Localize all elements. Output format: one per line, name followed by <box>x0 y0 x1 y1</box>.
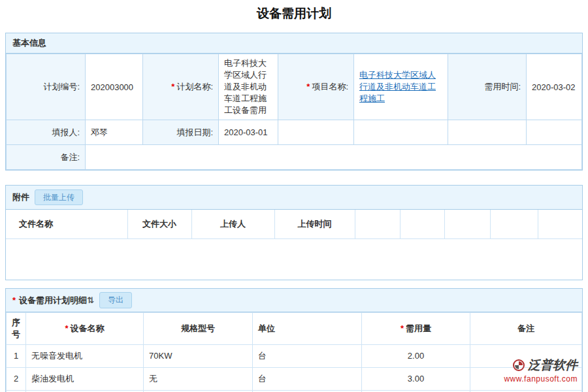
required-asterisk: * <box>400 323 404 333</box>
detail-col-qty-label: 需用量 <box>406 323 431 333</box>
detail-header: * 设备需用计划明细 ⇅ 导出 <box>6 289 582 312</box>
detail-col-name: *设备名称 <box>26 312 144 344</box>
attachment-col-empty <box>490 210 538 239</box>
attachments-header: 附件 批量上传 <box>6 186 582 210</box>
cell-remark <box>470 367 582 390</box>
required-asterisk: * <box>306 82 310 91</box>
basic-info-panel: 基本信息 计划编号: 202003000 *计划名称: 电子科技大学区域人行道及… <box>5 33 583 171</box>
need-time-value: 2020-03-02 <box>527 54 582 120</box>
detail-header-row: 序号 *设备名称 规格型号 单位 *需用量 备注 <box>7 312 582 344</box>
export-button[interactable]: 导出 <box>99 292 132 308</box>
cell-name: 无噪音发电机 <box>26 344 144 367</box>
cell-unit: 台 <box>253 344 362 367</box>
detail-panel: * 设备需用计划明细 ⇅ 导出 序号 *设备名称 规格型号 单位 *需用量 备注… <box>5 288 583 392</box>
cell-index: 1 <box>7 344 26 367</box>
batch-upload-button[interactable]: 批量上传 <box>35 189 83 205</box>
project-name-label: 项目名称: <box>312 82 348 91</box>
need-time-label: 需用时间: <box>484 82 521 91</box>
report-date-label: 填报日期: <box>176 127 213 137</box>
attachments-panel: 附件 批量上传 文件名称 文件大小 上传人 上传时间 <box>5 185 583 280</box>
attachments-empty-body <box>6 239 582 280</box>
empty-cell <box>527 120 582 145</box>
plan-name-label-cell: *计划名称: <box>143 54 219 120</box>
plan-no-label: 计划编号: <box>43 82 80 91</box>
cell-spec: 无 <box>144 367 253 390</box>
detail-col-name-label: 设备名称 <box>71 323 105 333</box>
required-asterisk: * <box>171 82 174 91</box>
cell-index: 2 <box>7 367 26 390</box>
cell-remark <box>470 344 582 367</box>
cell-unit: 台 <box>253 367 362 390</box>
detail-col-unit: 单位 <box>253 312 362 344</box>
detail-col-qty: *需用量 <box>362 312 470 344</box>
reporter-value: 邓琴 <box>86 120 143 145</box>
attachment-col-file-name: 文件名称 <box>6 210 127 239</box>
need-time-label-cell: 需用时间: <box>448 54 527 120</box>
attachments-title: 附件 <box>12 191 29 203</box>
attachment-col-empty <box>400 210 444 239</box>
attachment-col-empty <box>538 210 582 239</box>
remark-value <box>86 145 582 170</box>
project-name-link[interactable]: 电子科技大学区域人行道及非机动车道工程施工 <box>359 70 436 103</box>
table-row: 1 无噪音发电机 70KW 台 2.00 <box>7 344 582 367</box>
detail-title: 设备需用计划明细 <box>19 295 87 306</box>
project-name-cell: 电子科技大学区域人行道及非机动车道工程施工 <box>354 54 448 120</box>
basic-info-table: 计划编号: 202003000 *计划名称: 电子科技大学区域人行道及非机动车道… <box>6 54 582 170</box>
detail-title-wrap: * 设备需用计划明细 ⇅ <box>12 295 94 306</box>
detail-col-spec: 规格型号 <box>144 312 253 344</box>
plan-no-value: 202003000 <box>86 54 143 120</box>
empty-cell <box>448 120 527 145</box>
reporter-label-cell: 填报人: <box>7 120 86 145</box>
cell-qty: 3.00 <box>362 367 470 390</box>
report-date-label-cell: 填报日期: <box>143 120 219 145</box>
detail-table: 序号 *设备名称 规格型号 单位 *需用量 备注 1 无噪音发电机 70KW 台… <box>6 312 582 392</box>
cell-qty: 2.00 <box>362 344 470 367</box>
required-asterisk: * <box>12 295 16 305</box>
attachment-col-upload-time: 上传时间 <box>274 210 355 239</box>
attachment-col-empty <box>355 210 400 239</box>
page-title: 设备需用计划 <box>0 0 588 22</box>
empty-cell <box>278 120 354 145</box>
attachments-table: 文件名称 文件大小 上传人 上传时间 <box>6 210 582 239</box>
empty-cell <box>354 120 448 145</box>
attachment-col-file-size: 文件大小 <box>127 210 191 239</box>
basic-info-title: 基本信息 <box>12 37 46 49</box>
reporter-label: 填报人: <box>52 127 80 137</box>
remark-label: 备注: <box>60 152 80 162</box>
detail-col-index: 序号 <box>7 312 26 344</box>
basic-info-header: 基本信息 <box>6 33 582 54</box>
report-date-value: 2020-03-01 <box>219 120 278 145</box>
attachment-col-uploader: 上传人 <box>191 210 274 239</box>
sort-icon[interactable]: ⇅ <box>87 295 94 305</box>
cell-name: 柴油发电机 <box>26 367 144 390</box>
plan-name-label: 计划名称: <box>176 82 213 91</box>
table-row: 2 柴油发电机 无 台 3.00 <box>7 367 582 390</box>
plan-no-label-cell: 计划编号: <box>7 54 86 120</box>
plan-name-value: 电子科技大学区域人行道及非机动车道工程施工设备需用 <box>219 54 278 120</box>
cell-spec: 70KW <box>144 344 253 367</box>
detail-col-remark: 备注 <box>470 312 582 344</box>
remark-label-cell: 备注: <box>7 145 86 170</box>
project-name-label-cell: *项目名称: <box>278 54 354 120</box>
attachment-col-empty <box>444 210 490 239</box>
required-asterisk: * <box>65 323 68 333</box>
